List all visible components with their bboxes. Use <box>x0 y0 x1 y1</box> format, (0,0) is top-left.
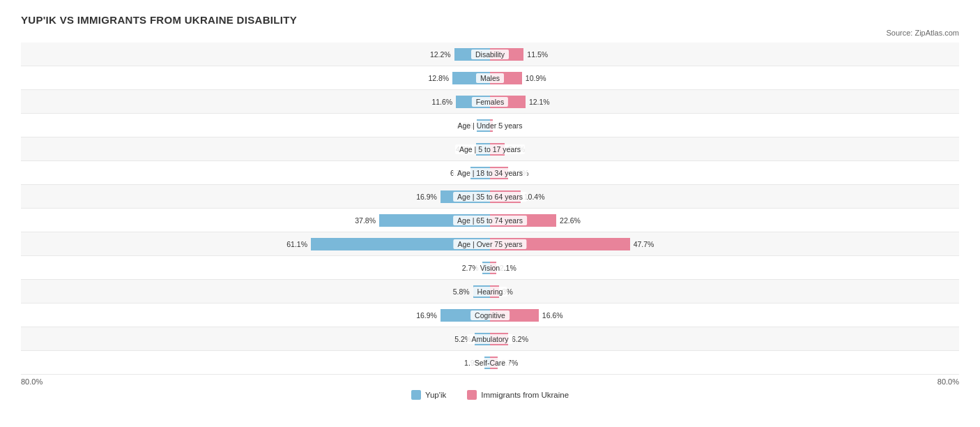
bar-container: 2.7% Vision 2.1% <box>21 256 959 279</box>
chart-row: 5.2% Ambulatory 6.2% <box>21 327 959 351</box>
x-axis-left: 80.0% <box>21 377 43 386</box>
chart-row: 12.8% Males 10.9% <box>21 66 959 90</box>
bar-right <box>490 48 523 61</box>
bar-container: 37.8% Age | 65 to 74 years 22.6% <box>21 209 959 232</box>
bar-container: 4.5% Age | Under 5 years 1% <box>21 114 959 137</box>
val-right: 10.9% <box>526 74 546 82</box>
legend-label-right: Immigrants from Ukraine <box>481 391 569 399</box>
bar-left <box>311 238 490 250</box>
x-axis: 80.0% 80.0% <box>21 377 959 386</box>
bar-left <box>470 167 490 179</box>
bar-container: 61.1% Age | Over 75 years 47.7% <box>21 232 959 255</box>
val-right: 12.1% <box>529 98 550 106</box>
val-left: 37.8% <box>355 216 376 225</box>
bar-left <box>379 214 490 227</box>
val-right: 22.6% <box>560 216 581 225</box>
val-left: 12.8% <box>428 74 449 82</box>
bar-left <box>456 96 490 108</box>
bar-left <box>454 48 490 61</box>
bar-left <box>484 357 490 369</box>
bar-left <box>482 262 490 274</box>
legend-item-left: Yup'ik <box>411 390 446 400</box>
legend-item-right: Immigrants from Ukraine <box>467 390 569 400</box>
bar-container: 4.8% Age | 5 to 17 years 5.1% <box>21 137 959 160</box>
bar-left <box>473 285 490 298</box>
bar-container: 12.8% Males 10.9% <box>21 66 959 89</box>
chart-row: 5.8% Hearing 3% <box>21 280 959 304</box>
chart-title: YUP'IK VS IMMIGRANTS FROM UKRAINE DISABI… <box>21 14 959 26</box>
bar-right <box>490 357 498 369</box>
legend-box-left <box>411 390 421 400</box>
chart-row: 16.9% Cognitive 16.6% <box>21 304 959 327</box>
source-label: Source: ZipAtlas.com <box>21 29 959 37</box>
chart-row: 2.7% Vision 2.1% <box>21 256 959 280</box>
val-right: 2.7% <box>501 359 518 367</box>
val-left: 12.2% <box>430 50 451 59</box>
chart-row: 6.7% Age | 18 to 34 years 6.3% <box>21 161 959 185</box>
bar-container: 16.9% Age | 35 to 64 years 10.4% <box>21 185 959 208</box>
val-right: 6.2% <box>512 335 528 343</box>
chart-row: 12.2% Disability 11.5% <box>21 43 959 66</box>
x-axis-right: 80.0% <box>937 377 959 386</box>
val-left: 4.8% <box>456 145 473 153</box>
legend-box-right <box>467 390 477 400</box>
bar-left <box>477 119 490 132</box>
val-left: 11.6% <box>431 98 452 106</box>
bar-right <box>490 190 521 203</box>
bar-right <box>490 96 526 108</box>
bar-container: 12.2% Disability 11.5% <box>21 43 959 66</box>
bar-right <box>490 262 496 274</box>
bar-container: 6.7% Age | 18 to 34 years 6.3% <box>21 161 959 184</box>
bar-right <box>490 285 499 298</box>
val-left: 4.5% <box>457 121 473 130</box>
bar-container: 5.2% Ambulatory 6.2% <box>21 327 959 350</box>
val-left: 16.9% <box>416 193 437 201</box>
bar-right <box>490 214 556 227</box>
legend: Yup'ik Immigrants from Ukraine <box>21 390 959 400</box>
val-left: 6.7% <box>450 169 467 177</box>
chart-row: 16.9% Age | 35 to 64 years 10.4% <box>21 185 959 209</box>
val-right: 47.7% <box>634 240 654 248</box>
val-left: 16.9% <box>416 311 437 320</box>
chart-row: 11.6% Females 12.1% <box>21 90 959 114</box>
bar-left <box>441 309 490 322</box>
bar-left <box>452 72 490 84</box>
bar-right <box>490 309 539 322</box>
val-right: 1% <box>496 121 507 130</box>
bar-container: 5.8% Hearing 3% <box>21 280 959 303</box>
val-right: 11.5% <box>527 50 548 59</box>
bar-right <box>490 72 522 84</box>
bar-right <box>490 167 508 179</box>
val-right: 6.3% <box>512 169 528 177</box>
bar-right <box>490 143 505 156</box>
bar-left <box>441 190 490 203</box>
chart-row: 4.5% Age | Under 5 years 1% <box>21 114 959 137</box>
chart-row: 1.9% Self-Care 2.7% <box>21 351 959 375</box>
val-right: 2.1% <box>500 264 516 272</box>
val-right: 3% <box>503 287 513 296</box>
chart-area: 12.2% Disability 11.5% 12.8% Males 10.9% <box>21 43 959 375</box>
bar-right <box>490 238 630 250</box>
bar-container: 16.9% Cognitive 16.6% <box>21 304 959 327</box>
chart-row: 4.8% Age | 5 to 17 years 5.1% <box>21 137 959 161</box>
bar-container: 11.6% Females 12.1% <box>21 90 959 113</box>
val-right: 10.4% <box>524 193 545 201</box>
bar-right <box>490 119 493 132</box>
val-left: 61.1% <box>286 240 307 248</box>
val-left: 2.7% <box>462 264 479 272</box>
val-left: 5.8% <box>453 287 470 296</box>
val-left: 5.2% <box>454 335 471 343</box>
val-right: 16.6% <box>542 311 563 320</box>
legend-label-left: Yup'ik <box>425 391 446 399</box>
bar-container: 1.9% Self-Care 2.7% <box>21 351 959 374</box>
chart-row: 61.1% Age | Over 75 years 47.7% <box>21 232 959 256</box>
chart-row: 37.8% Age | 65 to 74 years 22.6% <box>21 209 959 232</box>
val-right: 5.1% <box>508 145 525 153</box>
bar-left <box>475 333 490 345</box>
val-left: 1.9% <box>464 359 481 367</box>
bar-left <box>476 143 490 156</box>
bar-right <box>490 333 508 345</box>
